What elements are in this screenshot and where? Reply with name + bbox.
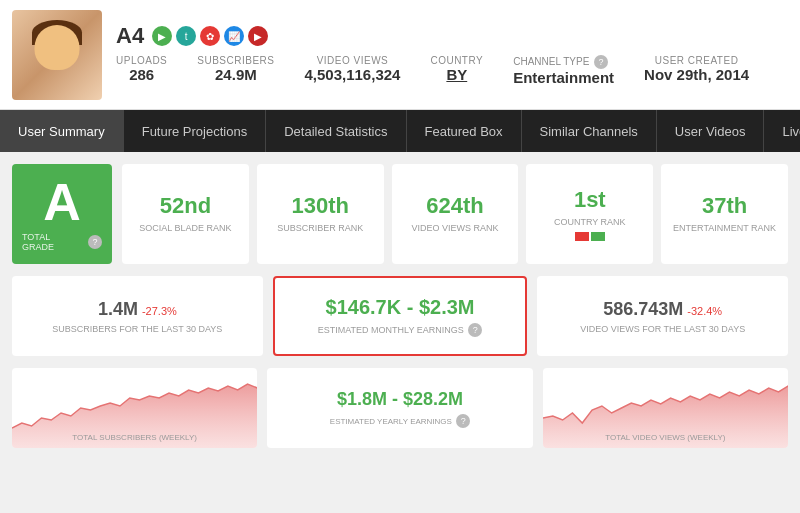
yearly-earnings-help-icon[interactable]: ?: [456, 414, 470, 428]
grade-help-icon[interactable]: ?: [88, 235, 102, 249]
tab-detailed-statistics[interactable]: Detailed Statistics: [266, 110, 406, 152]
video-views-30-label: VIDEO VIEWS FOR THE LAST 30 DAYS: [580, 324, 745, 334]
video-views-30-value: 586.743M: [603, 299, 683, 320]
tab-user-videos[interactable]: User Videos: [657, 110, 765, 152]
chart-icon[interactable]: 📈: [224, 26, 244, 46]
entertainment-rank-value: 37th: [702, 193, 747, 219]
monthly-earnings-value: $146.7K - $2.3M: [326, 296, 475, 319]
social-blade-rank-label: SOCIAL BLADE RANK: [139, 223, 231, 235]
grade-letter: A: [43, 176, 81, 228]
earnings-row: 1.4M -27.3% SUBSCRIBERS FOR THE LAST 30 …: [12, 276, 788, 356]
social-blade-rank-card: 52nd SOCIAL BLADE RANK: [122, 164, 249, 264]
yearly-earnings-card: $1.8M - $28.2M ESTIMATED YEARLY EARNINGS…: [267, 368, 532, 448]
monthly-earnings-label: ESTIMATED MONTHLY EARNINGS ?: [318, 323, 483, 337]
tab-live-subscribers[interactable]: Live Subscri...: [764, 110, 800, 152]
yearly-earnings-value: $1.8M - $28.2M: [337, 389, 463, 410]
subscriber-rank-value: 130th: [291, 193, 348, 219]
nav-tabs: User Summary Future Projections Detailed…: [0, 110, 800, 152]
uploads-stat: UPLOADS 286: [116, 55, 167, 83]
entertainment-rank-card: 37th ENTERTAINMENT RANK: [661, 164, 788, 264]
video-views-30-card: 586.743M -32.4% VIDEO VIEWS FOR THE LAST…: [537, 276, 788, 356]
instagram-icon[interactable]: ✿: [200, 26, 220, 46]
channel-avatar: [12, 10, 102, 100]
country-rank-label: COUNTRY RANK: [554, 217, 626, 229]
channel-type-stat: CHANNEL TYPE ? Entertainment: [513, 55, 614, 86]
subscribers-30-value: 1.4M: [98, 299, 138, 320]
subscriber-rank-label: SUBSCRIBER RANK: [277, 223, 363, 235]
country-flag: [575, 232, 605, 241]
video-views-rank-value: 624th: [426, 193, 483, 219]
channel-info: A4 ▶ t ✿ 📈 ▶ UPLOADS 286 SUBSCRIBERS 24.…: [116, 23, 788, 86]
subscribers-chart-card: TOTAL SUBSCRIBERS (WEEKLY): [12, 368, 257, 448]
grade-label: TOTAL GRADE ?: [22, 232, 102, 252]
video-views-rank-label: VIDEO VIEWS RANK: [411, 223, 498, 235]
subscribers-30-change: -27.3%: [142, 305, 177, 317]
flag-green-stripe: [591, 232, 605, 241]
monthly-earnings-card: $146.7K - $2.3M ESTIMATED MONTHLY EARNIN…: [273, 276, 528, 356]
country-value[interactable]: BY: [430, 66, 483, 83]
video-icon[interactable]: ▶: [248, 26, 268, 46]
page-header: A4 ▶ t ✿ 📈 ▶ UPLOADS 286 SUBSCRIBERS 24.…: [0, 0, 800, 110]
subscribers-value: 24.9M: [197, 66, 274, 83]
tab-similar-channels[interactable]: Similar Channels: [522, 110, 657, 152]
channel-type-value: Entertainment: [513, 69, 614, 86]
monthly-earnings-help-icon[interactable]: ?: [468, 323, 482, 337]
channel-name: A4: [116, 23, 144, 49]
video-views-rank-card: 624th VIDEO VIEWS RANK: [392, 164, 519, 264]
user-created-stat: USER CREATED Nov 29th, 2014: [644, 55, 749, 83]
tab-featured-box[interactable]: Featured Box: [407, 110, 522, 152]
yearly-earnings-label: ESTIMATED YEARLY EARNINGS ?: [330, 414, 470, 428]
subscribers-30-card: 1.4M -27.3% SUBSCRIBERS FOR THE LAST 30 …: [12, 276, 263, 356]
channel-type-help-icon[interactable]: ?: [594, 55, 608, 69]
country-stat: COUNTRY BY: [430, 55, 483, 83]
chart-row: TOTAL SUBSCRIBERS (WEEKLY) $1.8M - $28.2…: [12, 368, 788, 448]
country-rank-card: 1st COUNTRY RANK: [526, 164, 653, 264]
rank-cards: 52nd SOCIAL BLADE RANK 130th SUBSCRIBER …: [122, 164, 788, 264]
twitter-icon[interactable]: t: [176, 26, 196, 46]
subscribers-chart-label: TOTAL SUBSCRIBERS (WEEKLY): [12, 433, 257, 442]
video-views-value: 4,503,116,324: [304, 66, 400, 83]
video-views-stat: VIDEO VIEWS 4,503,116,324: [304, 55, 400, 83]
uploads-value: 286: [116, 66, 167, 83]
top-row: A TOTAL GRADE ? 52nd SOCIAL BLADE RANK 1…: [12, 164, 788, 264]
main-content: A TOTAL GRADE ? 52nd SOCIAL BLADE RANK 1…: [0, 152, 800, 513]
flag-red-stripe: [575, 232, 589, 241]
user-created-value: Nov 29th, 2014: [644, 66, 749, 83]
subscribers-stat: SUBSCRIBERS 24.9M: [197, 55, 274, 83]
channel-icons: ▶ t ✿ 📈 ▶: [152, 26, 268, 46]
subscribers-30-label: SUBSCRIBERS FOR THE LAST 30 DAYS: [52, 324, 222, 334]
country-rank-value: 1st: [574, 187, 606, 213]
video-views-chart-label: TOTAL VIDEO VIEWS (WEEKLY): [543, 433, 788, 442]
video-views-30-change: -32.4%: [687, 305, 722, 317]
grade-card: A TOTAL GRADE ?: [12, 164, 112, 264]
video-views-chart-card: TOTAL VIDEO VIEWS (WEEKLY): [543, 368, 788, 448]
stats-row: UPLOADS 286 SUBSCRIBERS 24.9M VIDEO VIEW…: [116, 55, 788, 86]
tab-future-projections[interactable]: Future Projections: [124, 110, 267, 152]
social-blade-rank-value: 52nd: [160, 193, 211, 219]
entertainment-rank-label: ENTERTAINMENT RANK: [673, 223, 776, 235]
tab-user-summary[interactable]: User Summary: [0, 110, 124, 152]
subscriber-rank-card: 130th SUBSCRIBER RANK: [257, 164, 384, 264]
youtube-icon[interactable]: ▶: [152, 26, 172, 46]
